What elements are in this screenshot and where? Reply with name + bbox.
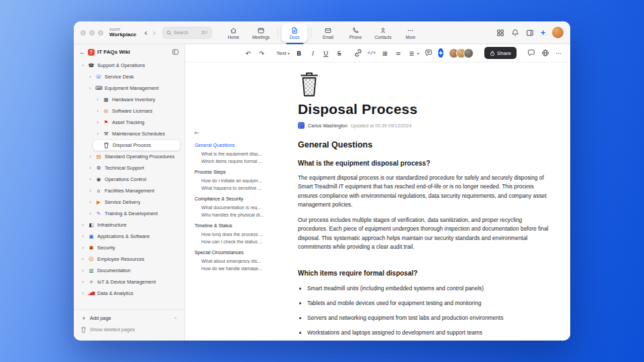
more-options-icon[interactable]: ⋯	[555, 50, 562, 57]
redo-icon[interactable]: ↷	[258, 50, 266, 57]
sidebar-item-asset-tracking[interactable]: › ⚑ Asset Tracking	[93, 117, 180, 128]
chevron-right-icon[interactable]: ›	[80, 222, 85, 228]
sidebar-item-operations-control[interactable]: › ◉ Operations Control	[85, 174, 180, 185]
sidebar-item-security[interactable]: › ☗ Security	[78, 242, 180, 253]
sidebar-item-applications-and-software[interactable]: › ▣ Applications & Software	[78, 231, 180, 242]
chevron-right-icon[interactable]: ›	[88, 210, 93, 217]
collaborator-avatar[interactable]	[464, 48, 474, 58]
bold-button[interactable]: B	[295, 50, 303, 57]
chevron-down-icon[interactable]: ›	[80, 63, 86, 68]
chevron-right-icon[interactable]: ›	[95, 97, 100, 103]
chevron-right-icon[interactable]: ›	[80, 245, 85, 251]
outline-section-special-circumstances[interactable]: Special Circumstances	[195, 249, 283, 255]
bullet-item[interactable]: Servers and networking equipment from te…	[307, 314, 550, 321]
outline-section-compliance-security[interactable]: Compliance & Security	[195, 196, 283, 202]
panel-toggle-icon[interactable]	[526, 29, 534, 37]
sidebar-item-disposal-process[interactable]: Disposal Process	[93, 139, 180, 151]
chevron-down-icon[interactable]: ›	[172, 316, 178, 320]
sidebar-item-service-desk[interactable]: › ☏ Service Desk	[85, 71, 180, 82]
chevron-right-icon[interactable]: ›	[95, 108, 100, 114]
maximize-button[interactable]	[98, 30, 103, 36]
underline-button[interactable]: U	[322, 50, 330, 57]
outline-section-process-steps[interactable]: Process Steps	[195, 169, 283, 175]
question-heading[interactable]: Which items require formal disposal?	[298, 269, 550, 277]
bullet-item[interactable]: Smart treadmill units (including embedde…	[307, 285, 550, 292]
undo-icon[interactable]: ↶	[244, 50, 252, 57]
tab-meetings[interactable]: Meetings	[248, 23, 274, 42]
trash-icon[interactable]	[298, 72, 550, 97]
question-heading[interactable]: What is the equipment disposal process?	[298, 160, 550, 167]
chevron-right-icon[interactable]: ›	[80, 267, 85, 274]
show-deleted-pages-button[interactable]: Show deleted pages	[78, 324, 180, 335]
bulleted-list-icon[interactable]: ≡	[394, 50, 402, 57]
add-page-button[interactable]: + Add page ›	[78, 312, 180, 324]
sidebar-item-employee-resources[interactable]: › ☺ Employee Resources	[78, 253, 180, 265]
globe-icon[interactable]	[541, 49, 549, 57]
chevron-right-icon[interactable]: ›	[95, 119, 100, 125]
bullet-item[interactable]: Workstations and laptops assigned to dev…	[307, 329, 550, 336]
italic-button[interactable]: I	[309, 50, 317, 57]
chevron-right-icon[interactable]: ›	[88, 176, 93, 182]
outline-item[interactable]: Who handles the physical di...	[195, 213, 283, 217]
apps-grid-icon[interactable]	[496, 29, 504, 37]
sidebar-item-service-delivery[interactable]: › ▶ Service Delivery	[85, 196, 180, 208]
bell-icon[interactable]	[511, 29, 519, 37]
share-button[interactable]: Share	[484, 47, 517, 59]
tab-docs[interactable]: Docs	[282, 23, 308, 42]
align-dropdown[interactable]: ≣ ▾	[408, 50, 419, 57]
table-icon[interactable]: ⊞	[381, 50, 389, 57]
chevron-down-icon[interactable]: ›	[87, 86, 93, 90]
code-icon[interactable]: </>	[368, 50, 376, 56]
sidebar-item-support-and-operations[interactable]: › ☎ Support & Operations	[78, 60, 180, 71]
forward-button[interactable]: ›	[153, 27, 156, 38]
chevron-right-icon[interactable]: ›	[88, 165, 93, 171]
paragraph[interactable]: Our process includes multiple stages of …	[298, 216, 550, 251]
outline-item[interactable]: How do we handle damage...	[195, 266, 283, 271]
sidebar-item-standard-operating-procedures[interactable]: › ▤ Standard Operating Procedures	[85, 151, 180, 162]
ai-companion-button[interactable]	[438, 48, 443, 58]
close-button[interactable]	[80, 30, 86, 36]
sidebar-item-hardware-inventory[interactable]: › ▦ Hardware Inventory	[93, 94, 180, 105]
outline-section-general-questions[interactable]: General Questions	[195, 142, 283, 148]
chevron-right-icon[interactable]: ›	[80, 290, 85, 296]
strikethrough-button[interactable]: S	[335, 50, 343, 57]
outline-item[interactable]: How can I check the status ...	[195, 239, 283, 244]
tab-email[interactable]: Email	[315, 23, 341, 42]
paragraph[interactable]: The equipment disposal process is our st…	[298, 174, 550, 209]
chevron-right-icon[interactable]: ›	[80, 256, 85, 262]
tab-home[interactable]: Home	[221, 23, 247, 42]
comment-icon[interactable]	[425, 49, 433, 57]
sidebar-item-infrastructure[interactable]: › ◧ Infrastructure	[78, 219, 180, 231]
document-body[interactable]: Disposal Process Carlos Washington Updat…	[286, 62, 570, 341]
outline-item[interactable]: What about emergency dis...	[195, 259, 283, 263]
outline-section-timeline-status[interactable]: Timeline & Status	[195, 223, 283, 229]
chevron-right-icon[interactable]: ›	[88, 74, 93, 80]
tab-phone[interactable]: Phone	[343, 23, 369, 42]
new-item-button[interactable]: +	[541, 29, 545, 37]
sidebar-item-data-and-analytics[interactable]: › ▂▅▇ Data & Analytics	[78, 288, 180, 299]
outline-item[interactable]: What happens to sensitive ...	[195, 186, 283, 190]
tab-contacts[interactable]: Contacts	[370, 23, 396, 42]
section-heading[interactable]: General Questions	[298, 140, 550, 149]
minimize-button[interactable]	[89, 30, 95, 36]
sidebar-item-technical-support[interactable]: › ⚙ Technical Support	[85, 162, 180, 174]
sidebar-item-iot-and-device-management[interactable]: › ⚛ IoT & Device Management	[78, 276, 180, 288]
chevron-right-icon[interactable]: ›	[88, 199, 93, 205]
text-style-dropdown[interactable]: Text ▾	[276, 50, 290, 56]
sidebar-item-maintenance-schedules[interactable]: › ⚒ Maintenance Schedules	[93, 128, 180, 139]
outline-item[interactable]: Which items require formal ...	[195, 159, 283, 164]
chevron-right-icon[interactable]: ›	[88, 188, 93, 194]
doc-title[interactable]: Disposal Process	[298, 101, 550, 117]
sidebar-back-icon[interactable]: ←	[79, 49, 85, 56]
outline-item[interactable]: What documentation is req...	[195, 205, 283, 210]
chevron-right-icon[interactable]: ›	[95, 131, 100, 137]
outline-item[interactable]: How do I initiate an equipm...	[195, 178, 283, 183]
bullet-item[interactable]: Tablets and mobile devices used for equi…	[307, 300, 550, 306]
sidebar-item-training-and-development[interactable]: › ✎ Training & Development	[85, 208, 180, 219]
sidebar-item-facilities-management[interactable]: › ⌂ Facilities Management	[85, 185, 180, 196]
chevron-right-icon[interactable]: ›	[80, 279, 85, 285]
outline-item[interactable]: What is the equipment disp...	[195, 152, 283, 156]
chevron-right-icon[interactable]: ›	[80, 233, 85, 239]
link-icon[interactable]	[354, 49, 362, 57]
outline-item[interactable]: How long does the process ...	[195, 232, 283, 237]
